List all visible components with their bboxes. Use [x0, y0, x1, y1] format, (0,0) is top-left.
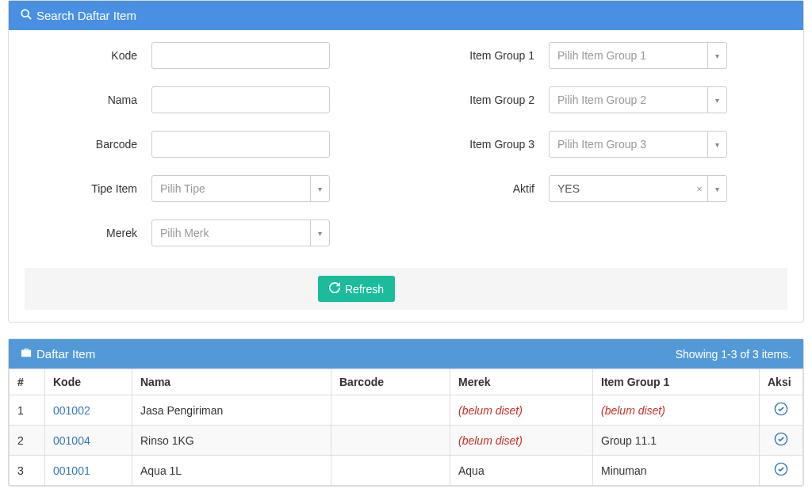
refresh-bar: Refresh [25, 268, 787, 310]
search-panel-header: Search Daftar Item [9, 1, 803, 30]
cell-nama: Rinso 1KG [132, 426, 331, 456]
table-row: 1001002Jasa Pengiriman(belum diset)(belu… [10, 395, 803, 426]
label-item-group-2: Item Group 2 [422, 94, 549, 106]
label-nama: Nama [25, 94, 151, 106]
cell-item-group-1: (belum diset) [593, 395, 760, 426]
select-item-group-1[interactable]: Pilih Item Group 1 ▾ [549, 42, 727, 69]
list-panel: Daftar Item Showing 1-3 of 3 items. # Ko… [8, 338, 804, 487]
cell-barcode [331, 395, 450, 426]
refresh-button[interactable]: Refresh [318, 276, 395, 302]
cell-nama: Aqua 1L [132, 456, 331, 486]
select-ig3-placeholder: Pilih Item Group 3 [550, 132, 707, 157]
refresh-button-label: Refresh [345, 283, 384, 296]
select-action-icon[interactable] [774, 402, 788, 416]
search-panel-body: Kode Nama Barcode Tipe Item Pilih Tipe ▾ [9, 30, 803, 268]
select-merek[interactable]: Pilih Merk ▾ [151, 220, 330, 246]
input-kode[interactable] [151, 42, 330, 69]
select-ig2-placeholder: Pilih Item Group 2 [550, 87, 707, 113]
select-tipe-placeholder: Pilih Tipe [152, 176, 310, 201]
items-table: # Kode Nama Barcode Merek Item Group 1 A… [9, 368, 803, 486]
select-action-icon[interactable] [774, 432, 788, 446]
cell-num: 1 [10, 395, 45, 426]
svg-point-0 [21, 10, 29, 17]
label-aktif: Aktif [422, 182, 549, 195]
chevron-down-icon[interactable]: ▾ [707, 87, 726, 113]
table-row: 2001004Rinso 1KG(belum diset)Group 11.1 [10, 426, 803, 456]
cell-barcode [331, 426, 450, 456]
input-nama[interactable] [151, 86, 330, 113]
select-merek-placeholder: Pilih Merk [152, 220, 310, 246]
search-icon [21, 9, 32, 22]
list-panel-title: Daftar Item [36, 347, 95, 361]
col-num: # [10, 369, 45, 395]
chevron-down-icon[interactable]: ▾ [707, 43, 726, 68]
cell-num: 3 [10, 456, 45, 486]
cell-item-group-1: Group 11.1 [593, 426, 760, 456]
label-kode: Kode [25, 49, 151, 62]
refresh-icon [329, 282, 340, 296]
select-item-group-2[interactable]: Pilih Item Group 2 ▾ [549, 86, 727, 113]
select-item-group-3[interactable]: Pilih Item Group 3 ▾ [549, 131, 727, 158]
cell-barcode [331, 456, 450, 486]
label-item-group-1: Item Group 1 [422, 49, 549, 62]
select-aktif-value: YES [550, 176, 691, 201]
label-merek: Merek [25, 227, 151, 239]
list-summary: Showing 1-3 of 3 items. [676, 348, 791, 361]
kode-link[interactable]: 001004 [53, 434, 90, 447]
select-aktif[interactable]: YES × ▾ [549, 175, 727, 202]
cell-merek: Aqua [450, 456, 593, 486]
select-ig1-placeholder: Pilih Item Group 1 [550, 43, 707, 68]
cell-nama: Jasa Pengiriman [132, 395, 331, 426]
col-barcode: Barcode [331, 369, 450, 395]
cell-num: 2 [10, 426, 45, 456]
col-merek: Merek [450, 369, 593, 395]
label-tipe-item: Tipe Item [25, 182, 151, 195]
chevron-down-icon[interactable]: ▾ [707, 132, 726, 157]
cell-item-group-1: Minuman [593, 456, 760, 486]
chevron-down-icon[interactable]: ▾ [310, 220, 329, 246]
search-panel-title: Search Daftar Item [36, 9, 136, 22]
search-panel: Search Daftar Item Kode Nama Barcode Ti [8, 0, 804, 323]
clear-icon[interactable]: × [691, 176, 707, 201]
chevron-down-icon[interactable]: ▾ [310, 176, 329, 201]
kode-link[interactable]: 001001 [53, 464, 90, 477]
kode-link[interactable]: 001002 [53, 404, 90, 417]
col-item-group-1: Item Group 1 [593, 369, 760, 395]
col-aksi: Aksi [760, 369, 803, 395]
label-item-group-3: Item Group 3 [422, 138, 549, 151]
input-barcode[interactable] [151, 131, 330, 158]
chevron-down-icon[interactable]: ▾ [707, 176, 726, 201]
select-action-icon[interactable] [774, 462, 788, 476]
cell-merek: (belum diset) [450, 426, 593, 456]
label-barcode: Barcode [25, 138, 151, 151]
col-kode: Kode [45, 369, 132, 395]
svg-line-1 [28, 16, 31, 19]
select-tipe-item[interactable]: Pilih Tipe ▾ [151, 175, 330, 202]
col-nama: Nama [132, 369, 331, 395]
list-panel-header: Daftar Item Showing 1-3 of 3 items. [9, 339, 803, 368]
cell-merek: (belum diset) [450, 395, 593, 426]
briefcase-icon [21, 347, 32, 361]
table-row: 3001001Aqua 1LAquaMinuman [10, 456, 803, 486]
